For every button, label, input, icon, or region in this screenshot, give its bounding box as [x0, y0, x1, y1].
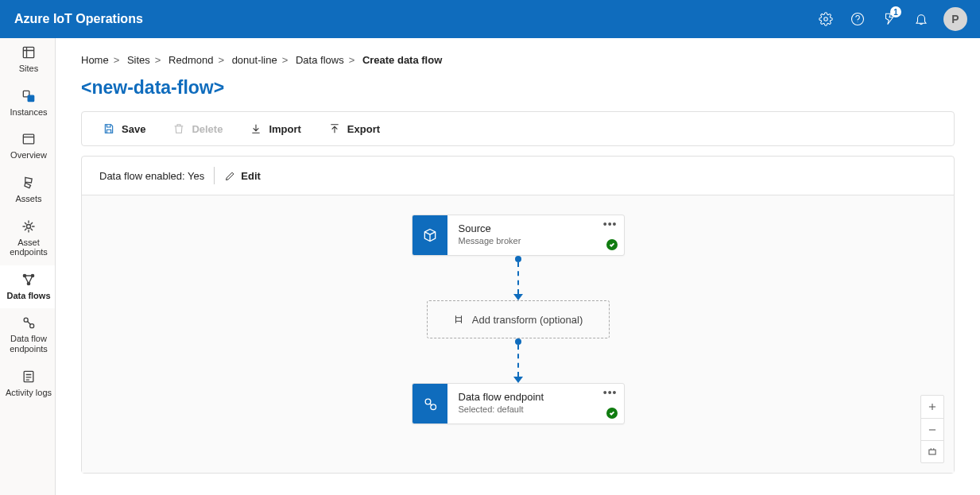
activity-logs-icon [21, 369, 37, 385]
svg-point-14 [425, 399, 431, 404]
crumb-home[interactable]: Home [81, 54, 109, 66]
fit-icon [927, 447, 938, 458]
edit-icon [224, 170, 236, 182]
source-node-subtitle: Message broker [459, 236, 616, 246]
svg-point-9 [31, 274, 33, 277]
sidebar-item-overview[interactable]: Overview [0, 125, 55, 168]
sidebar-item-assets[interactable]: Assets [0, 168, 55, 212]
crumb-redmond[interactable]: Redmond [168, 54, 213, 66]
avatar[interactable]: P [943, 7, 967, 31]
svg-point-10 [27, 282, 29, 284]
zoom-controls [920, 395, 944, 463]
add-transform-label: Add transform (optional) [472, 314, 583, 326]
flow-layout: Source Message broker ••• Add transform [412, 215, 625, 424]
diagnostics-badge: 1 [890, 6, 901, 17]
svg-point-2 [858, 21, 858, 22]
transform-icon [453, 314, 464, 325]
app-title: Azure IoT Operations [14, 12, 143, 26]
flow-node-endpoint[interactable]: Data flow endpoint Selected: default ••• [412, 383, 625, 424]
zoom-in-button[interactable] [921, 396, 943, 418]
export-label: Export [347, 123, 380, 135]
source-node-title: Source [459, 222, 616, 235]
svg-rect-6 [23, 134, 33, 144]
sidebar-item-label: Overview [10, 150, 47, 160]
add-transform-button[interactable]: Add transform (optional) [427, 300, 610, 338]
zoom-out-button[interactable] [921, 418, 943, 440]
flow-node-source[interactable]: Source Message broker ••• [412, 215, 625, 256]
minus-icon [927, 424, 938, 435]
assets-icon [21, 175, 37, 191]
sidebar-item-label: Data flow endpoints [4, 334, 53, 354]
notifications-button[interactable] [905, 3, 937, 35]
connector-2 [517, 338, 519, 383]
sidebar-item-label: Assets [15, 194, 41, 204]
crumb-data-flows[interactable]: Data flows [296, 54, 344, 66]
overview-icon [21, 131, 37, 147]
status-value: Yes [188, 170, 204, 182]
gear-icon [819, 12, 833, 26]
save-icon [103, 122, 115, 135]
svg-point-7 [27, 224, 31, 228]
sidebar-item-label: Asset endpoints [4, 238, 53, 257]
settings-button[interactable] [810, 3, 842, 35]
endpoint-icon [422, 396, 438, 412]
source-node-ok-badge [606, 239, 618, 250]
source-node-more-button[interactable]: ••• [603, 220, 618, 228]
save-button[interactable]: Save [103, 122, 145, 135]
crumb-current: Create data flow [362, 54, 442, 66]
sidebar-item-asset-endpoints[interactable]: Asset endpoints [0, 212, 55, 265]
svg-point-0 [824, 17, 828, 21]
asset-endpoints-icon [21, 218, 37, 234]
toolbar: Save Delete Import Export [81, 111, 955, 146]
crumb-sites[interactable]: Sites [127, 54, 150, 66]
fit-to-screen-button[interactable] [921, 440, 943, 462]
main-content: Home> Sites> Redmond> donut-line> Data f… [56, 38, 980, 495]
svg-point-8 [23, 274, 25, 277]
breadcrumb: Home> Sites> Redmond> donut-line> Data f… [81, 54, 955, 66]
sidebar-item-label: Instances [10, 107, 47, 118]
endpoint-node-icon-box [413, 384, 447, 423]
svg-rect-16 [929, 450, 935, 454]
canvas-header: Data flow enabled: Yes Edit [82, 157, 954, 195]
export-button[interactable]: Export [328, 122, 380, 135]
sidebar-item-data-flow-endpoints[interactable]: Data flow endpoints [0, 308, 55, 362]
trash-icon [172, 122, 185, 135]
sidebar-item-instances[interactable]: Instances [0, 82, 55, 126]
source-node-icon-box [413, 215, 447, 255]
delete-button: Delete [172, 122, 223, 135]
svg-rect-3 [23, 47, 33, 57]
sidebar: Sites Instances Overview Assets Asset en… [0, 38, 56, 495]
status-label: Data flow enabled: [99, 170, 185, 182]
delete-label: Delete [192, 123, 223, 135]
import-button[interactable]: Import [250, 122, 300, 135]
sidebar-item-sites[interactable]: Sites [0, 38, 55, 82]
check-icon [609, 410, 615, 416]
crumb-donut-line[interactable]: donut-line [232, 54, 277, 66]
data-flow-endpoints-icon [21, 315, 37, 331]
top-bar: Azure IoT Operations 1 P [0, 0, 980, 38]
sites-icon [21, 44, 37, 60]
dataflow-status: Data flow enabled: Yes [99, 170, 204, 182]
import-label: Import [269, 123, 300, 135]
sidebar-item-activity-logs[interactable]: Activity logs [0, 362, 55, 406]
canvas-panel: Data flow enabled: Yes Edit [81, 156, 955, 474]
endpoint-node-more-button[interactable]: ••• [603, 389, 618, 396]
help-button[interactable] [842, 3, 873, 35]
edit-button[interactable]: Edit [224, 170, 261, 182]
svg-point-1 [852, 14, 864, 25]
data-flows-icon [21, 272, 37, 288]
edit-label: Edit [241, 170, 261, 182]
save-label: Save [122, 123, 145, 135]
plus-icon [927, 401, 938, 412]
export-icon [328, 122, 341, 135]
check-icon [609, 242, 615, 248]
endpoint-node-ok-badge [606, 408, 618, 419]
help-icon [850, 12, 865, 26]
svg-rect-5 [28, 95, 33, 102]
bell-icon [914, 12, 928, 26]
sidebar-item-data-flows[interactable]: Data flows [0, 265, 55, 309]
sidebar-item-label: Sites [19, 64, 38, 74]
diagnostics-button[interactable]: 1 [873, 3, 905, 35]
canvas-body[interactable]: Source Message broker ••• Add transform [82, 195, 954, 473]
connector-1 [517, 256, 519, 300]
